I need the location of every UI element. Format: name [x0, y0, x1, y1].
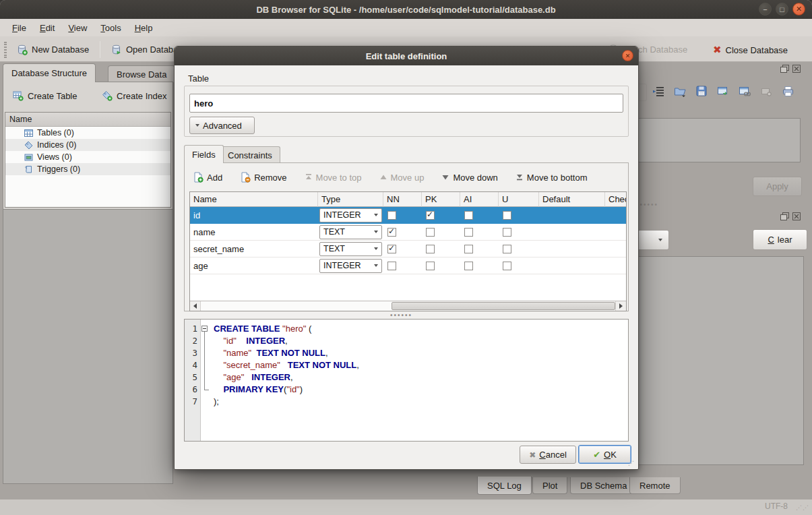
encoding-indicator[interactable]: UTF-8 — [765, 502, 788, 511]
field-row-id[interactable]: idINTEGER✓ — [190, 207, 626, 224]
print-icon[interactable] — [782, 85, 794, 98]
tab-remote[interactable]: Remote — [629, 477, 681, 494]
resize-grip[interactable]: ⋰⋰ — [796, 504, 809, 511]
field-row-age[interactable]: ageINTEGER — [190, 258, 626, 274]
dialog-titlebar[interactable]: Edit table definition ✕ — [175, 47, 638, 65]
minimize-icon[interactable]: − — [759, 3, 772, 16]
create-index-button[interactable]: Create Index — [98, 88, 170, 104]
indent-icon[interactable] — [652, 85, 665, 98]
column-header-u[interactable]: U — [499, 192, 539, 207]
menu-tools[interactable]: Tools — [94, 21, 127, 35]
field-default-cell[interactable] — [539, 224, 605, 240]
advanced-button[interactable]: Advanced — [189, 117, 255, 134]
type-combo-id[interactable]: INTEGER — [319, 208, 382, 222]
tree-item-indices[interactable]: Indices (0) — [5, 139, 170, 151]
dock-float-icon[interactable] — [780, 63, 789, 71]
titlebar[interactable]: DB Browser for SQLite - /home/user/code/… — [0, 0, 812, 19]
field-name-cell[interactable]: id — [190, 207, 318, 223]
cancel-button[interactable]: ✖ Cancel — [520, 446, 576, 464]
horizontal-scrollbar[interactable] — [190, 301, 626, 311]
sql-preview[interactable]: 1234567 CREATE TABLE "hero" ( "id" INTEG… — [184, 319, 629, 442]
new-database-button[interactable]: New Database — [12, 41, 93, 58]
scroll-right-icon[interactable] — [615, 301, 626, 311]
ok-button[interactable]: ✔ OK — [578, 445, 631, 464]
ai-checkbox-name[interactable] — [464, 228, 473, 237]
sql-code[interactable]: CREATE TABLE "hero" ( "id" INTEGER, "nam… — [210, 320, 628, 441]
dialog-resize-grip[interactable]: ⋰ — [628, 460, 635, 466]
field-name-cell[interactable]: secret_name — [190, 241, 318, 257]
move-down-button[interactable]: Move down — [440, 171, 499, 184]
create-table-button[interactable]: Create Table — [9, 88, 81, 104]
dock-float-icon[interactable] — [780, 211, 789, 219]
fold-marker-icon[interactable] — [201, 326, 208, 332]
nn-checkbox-secret_name[interactable]: ✓ — [387, 245, 396, 253]
table-name-input[interactable]: hero — [189, 94, 623, 113]
maximize-icon[interactable]: □ — [776, 3, 788, 16]
link-icon[interactable] — [739, 85, 751, 98]
field-default-cell[interactable] — [539, 207, 605, 223]
column-header-ai[interactable]: AI — [460, 192, 499, 207]
add-field-button[interactable]: Add — [191, 171, 224, 184]
column-header-check[interactable]: Check — [605, 192, 627, 207]
menu-file[interactable]: File — [5, 21, 33, 35]
nn-checkbox-name[interactable]: ✓ — [387, 228, 396, 237]
field-row-name[interactable]: nameTEXT✓ — [190, 224, 626, 241]
menu-view[interactable]: View — [61, 21, 94, 35]
type-combo-name[interactable]: TEXT — [319, 225, 382, 239]
ai-checkbox-age[interactable] — [464, 262, 473, 270]
field-check-cell[interactable] — [605, 207, 627, 223]
column-header-name[interactable]: Name — [190, 192, 318, 207]
scrollbar-thumb[interactable] — [392, 302, 615, 310]
dock-splitter[interactable]: •••••• — [636, 201, 658, 208]
field-name-cell[interactable]: name — [190, 224, 318, 240]
field-check-cell[interactable] — [605, 224, 627, 240]
tab-fields[interactable]: Fields — [184, 145, 224, 163]
menu-edit[interactable]: Edit — [33, 21, 61, 35]
dock-close-icon[interactable] — [792, 211, 801, 219]
import-icon[interactable] — [674, 85, 687, 98]
pk-checkbox-age[interactable] — [426, 262, 435, 270]
u-checkbox-age[interactable] — [503, 262, 511, 270]
remove-field-button[interactable]: Remove — [239, 171, 288, 184]
save-icon[interactable] — [695, 85, 708, 98]
ai-checkbox-secret_name[interactable] — [464, 245, 473, 253]
column-header-type[interactable]: Type — [318, 192, 383, 207]
type-combo-secret_name[interactable]: TEXT — [319, 242, 382, 256]
dock-close-icon[interactable] — [792, 63, 801, 71]
field-row-secret_name[interactable]: secret_nameTEXT✓ — [190, 241, 626, 258]
nn-checkbox-age[interactable] — [387, 262, 396, 270]
pk-checkbox-id[interactable]: ✓ — [426, 211, 435, 220]
field-check-cell[interactable] — [605, 241, 627, 257]
field-check-cell[interactable] — [605, 258, 627, 274]
nn-checkbox-id[interactable] — [387, 211, 396, 220]
scroll-left-icon[interactable] — [190, 301, 201, 311]
tab-sql-log[interactable]: SQL Log — [477, 477, 532, 495]
u-checkbox-secret_name[interactable] — [503, 245, 511, 253]
menu-help[interactable]: Help — [128, 21, 160, 35]
column-header-pk[interactable]: PK — [422, 192, 460, 207]
tree-item-tables[interactable]: Tables (0) — [5, 127, 170, 139]
close-database-button[interactable]: ✖ Close Database — [709, 41, 792, 59]
type-combo-age[interactable]: INTEGER — [319, 259, 382, 273]
dialog-splitter[interactable]: •••••• — [390, 311, 412, 319]
tab-db-schema[interactable]: DB Schema — [570, 477, 637, 494]
export-icon[interactable] — [717, 85, 730, 98]
pk-checkbox-secret_name[interactable] — [426, 245, 435, 253]
toolbar-drag-handle[interactable] — [4, 42, 7, 58]
tab-browse-data[interactable]: Browse Data — [108, 65, 175, 82]
move-to-bottom-button[interactable]: Move to bottom — [514, 171, 589, 184]
field-name-cell[interactable]: age — [190, 258, 318, 274]
pk-checkbox-name[interactable] — [426, 228, 435, 237]
tab-plot[interactable]: Plot — [532, 477, 567, 494]
tab-constraints[interactable]: Constraints — [220, 146, 280, 163]
tree-column-header-name[interactable]: Name — [5, 113, 170, 127]
column-header-default[interactable]: Default — [539, 192, 605, 207]
ai-checkbox-id[interactable] — [464, 211, 473, 220]
u-checkbox-id[interactable] — [503, 211, 511, 220]
u-checkbox-name[interactable] — [503, 228, 511, 237]
tab-database-structure[interactable]: Database Structure — [3, 63, 96, 82]
field-default-cell[interactable] — [539, 258, 605, 274]
field-default-cell[interactable] — [539, 241, 605, 257]
tree-item-views[interactable]: Views (0) — [5, 151, 170, 163]
tree-item-triggers[interactable]: Triggers (0) — [5, 163, 170, 175]
